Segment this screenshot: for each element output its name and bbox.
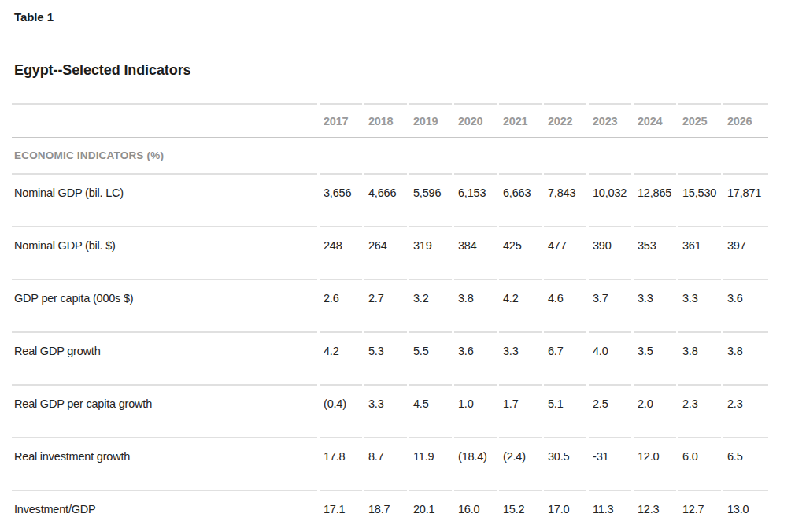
value-cell: 13.0 <box>723 491 768 532</box>
value-cell: 3.5 <box>634 333 676 386</box>
row-label: Real investment growth <box>12 438 317 491</box>
value-cell: 4.2 <box>499 280 542 333</box>
value-cell: 3.2 <box>409 280 452 333</box>
row-label: Nominal GDP (bil. LC) <box>12 175 317 227</box>
section-spacer-cell <box>589 138 631 175</box>
value-cell: 3.8 <box>454 280 497 333</box>
value-cell: 3.6 <box>454 333 497 386</box>
row-label: Investment/GDP <box>12 491 317 532</box>
report-page: Table 1 Egypt--Selected Indicators 20172… <box>0 0 806 532</box>
value-cell: 12,865 <box>634 175 676 227</box>
value-cell: 4.6 <box>544 280 586 333</box>
value-cell: 16.0 <box>454 491 497 532</box>
value-cell: 3.8 <box>678 333 721 386</box>
table-row: Investment/GDP17.118.720.116.015.217.011… <box>12 491 768 532</box>
value-cell: 397 <box>723 227 768 280</box>
value-cell: (2.4) <box>499 438 542 491</box>
value-cell: 3.3 <box>678 280 721 333</box>
table-header-row: 2017201820192020202120222023202420252026 <box>12 103 768 138</box>
value-cell: 2.3 <box>723 386 768 438</box>
row-label: Real GDP growth <box>12 333 317 386</box>
section-spacer-cell <box>544 138 586 175</box>
section-header-row: ECONOMIC INDICATORS (%) <box>12 138 768 175</box>
value-cell: 1.7 <box>499 386 542 438</box>
year-header-cell: 2019 <box>409 103 452 137</box>
value-cell: 390 <box>589 227 631 280</box>
year-header-cell: 2017 <box>320 103 362 137</box>
page-title: Egypt--Selected Indicators <box>14 61 806 79</box>
row-label: GDP per capita (000s $) <box>12 280 317 333</box>
value-cell: 17.0 <box>544 491 586 532</box>
year-header-cell: 2021 <box>499 103 542 137</box>
section-spacer-cell <box>678 138 721 175</box>
section-header-label: ECONOMIC INDICATORS (%) <box>12 138 317 175</box>
section-spacer-cell <box>364 138 407 175</box>
value-cell: 248 <box>320 227 362 280</box>
value-cell: 8.7 <box>364 438 407 491</box>
row-label: Real GDP per capita growth <box>12 386 317 438</box>
value-cell: 384 <box>454 227 497 280</box>
value-cell: 319 <box>409 227 452 280</box>
value-cell: 4.2 <box>320 333 362 386</box>
value-cell: 6,663 <box>499 175 542 227</box>
table-row: Real GDP growth4.25.35.53.63.36.74.03.53… <box>12 333 768 386</box>
table-row: GDP per capita (000s $)2.62.73.23.84.24.… <box>12 280 768 333</box>
value-cell: 18.7 <box>364 491 407 532</box>
value-cell: 2.7 <box>364 280 407 333</box>
table-row: Real GDP per capita growth(0.4)3.34.51.0… <box>12 386 768 438</box>
value-cell: 3.3 <box>499 333 542 386</box>
table-label: Table 1 <box>14 9 806 24</box>
section-spacer-cell <box>634 138 676 175</box>
value-cell: 3.3 <box>634 280 676 333</box>
table-row: Nominal GDP (bil. $)24826431938442547739… <box>12 227 768 280</box>
value-cell: 17,871 <box>723 175 768 227</box>
value-cell: 10,032 <box>589 175 631 227</box>
value-cell: 3.8 <box>723 333 768 386</box>
value-cell: 12.3 <box>634 491 676 532</box>
value-cell: 15,530 <box>678 175 721 227</box>
value-cell: 5.5 <box>409 333 452 386</box>
value-cell: 6.0 <box>678 438 721 491</box>
value-cell: 12.7 <box>678 491 721 532</box>
value-cell: 425 <box>499 227 542 280</box>
value-cell: 17.1 <box>320 491 362 532</box>
value-cell: 361 <box>678 227 721 280</box>
year-header-cell: 2018 <box>364 103 407 137</box>
value-cell: 11.9 <box>409 438 452 491</box>
value-cell: 6.5 <box>723 438 768 491</box>
value-cell: 4,666 <box>364 175 407 227</box>
value-cell: 2.0 <box>634 386 676 438</box>
indicators-table: 2017201820192020202120222023202420252026… <box>12 103 768 532</box>
value-cell: 264 <box>364 227 407 280</box>
year-header-cell: 2024 <box>634 103 676 137</box>
value-cell: (18.4) <box>454 438 497 491</box>
year-header-cell: 2026 <box>723 103 768 137</box>
value-cell: 3,656 <box>320 175 362 227</box>
value-cell: 3.3 <box>364 386 407 438</box>
year-header-cell: 2025 <box>678 103 721 137</box>
value-cell: 15.2 <box>499 491 542 532</box>
header-spacer-cell <box>12 103 317 137</box>
value-cell: 6.7 <box>544 333 586 386</box>
value-cell: 1.0 <box>454 386 497 438</box>
value-cell: 3.6 <box>723 280 768 333</box>
year-header-cell: 2023 <box>589 103 631 137</box>
value-cell: (0.4) <box>320 386 362 438</box>
value-cell: 4.5 <box>409 386 452 438</box>
value-cell: 5.3 <box>364 333 407 386</box>
value-cell: 3.7 <box>589 280 631 333</box>
value-cell: 2.6 <box>320 280 362 333</box>
value-cell: -31 <box>589 438 631 491</box>
section-spacer-cell <box>409 138 452 175</box>
value-cell: 6,153 <box>454 175 497 227</box>
section-spacer-cell <box>320 138 362 175</box>
value-cell: 5.1 <box>544 386 586 438</box>
value-cell: 477 <box>544 227 586 280</box>
value-cell: 7,843 <box>544 175 586 227</box>
table-row: Real investment growth17.88.711.9(18.4)(… <box>12 438 768 491</box>
value-cell: 12.0 <box>634 438 676 491</box>
value-cell: 30.5 <box>544 438 586 491</box>
value-cell: 20.1 <box>409 491 452 532</box>
value-cell: 17.8 <box>320 438 362 491</box>
value-cell: 353 <box>634 227 676 280</box>
